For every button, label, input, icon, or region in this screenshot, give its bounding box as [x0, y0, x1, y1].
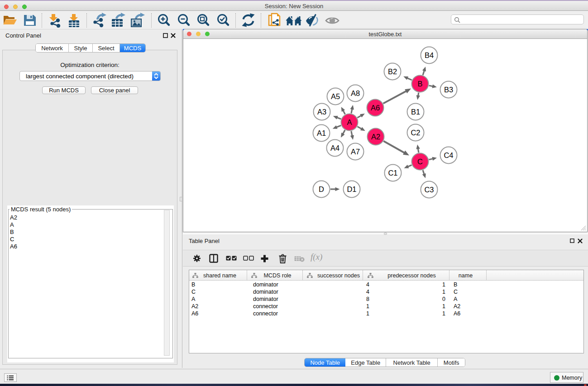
svg-text:B3: B3: [444, 86, 453, 94]
svg-text:A2: A2: [371, 133, 380, 141]
svg-text:B: B: [417, 80, 422, 88]
svg-text:A1: A1: [317, 129, 326, 137]
svg-text:A: A: [347, 118, 352, 126]
svg-text:B1: B1: [411, 108, 420, 116]
svg-text:C2: C2: [411, 129, 420, 137]
svg-text:C1: C1: [388, 169, 397, 177]
svg-text:A7: A7: [351, 148, 360, 156]
svg-text:A3: A3: [317, 108, 326, 116]
svg-text:A6: A6: [371, 104, 380, 112]
svg-text:C4: C4: [444, 151, 453, 159]
svg-text:A4: A4: [330, 144, 339, 152]
svg-text:B2: B2: [388, 67, 397, 76]
svg-text:C3: C3: [424, 186, 434, 194]
svg-text:A5: A5: [331, 92, 340, 100]
svg-text:B4: B4: [425, 51, 434, 59]
svg-text:D: D: [319, 185, 324, 193]
svg-text:C: C: [417, 157, 423, 166]
svg-text:A8: A8: [351, 89, 360, 97]
svg-text:D1: D1: [347, 185, 356, 193]
